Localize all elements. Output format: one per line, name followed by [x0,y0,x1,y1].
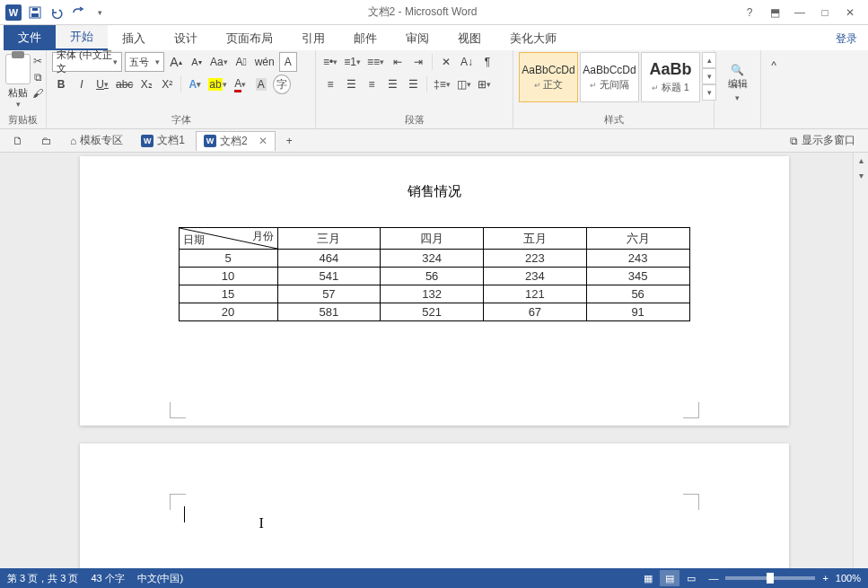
read-mode-button[interactable]: ▦ [638,570,658,586]
document-tab-bar: 🗋 🗀 ⌂ 模板专区 W文档1 W文档2 ✕ + ⧉ 显示多窗口 [0,129,868,153]
numbering-button[interactable]: ≡1▾ [342,52,363,72]
close-tab-icon[interactable]: ✕ [259,135,267,147]
language-status[interactable]: 中文(中国) [137,572,183,585]
tab-design[interactable]: 设计 [160,27,212,50]
format-painter-button[interactable]: 🖌 [31,86,45,101]
clipboard-icon [5,54,31,84]
text-effects-button[interactable]: A▾ [186,75,204,94]
page-status[interactable]: 第 3 页，共 3 页 [7,572,78,585]
tab-templates[interactable]: ⌂ 模板专区 [63,131,130,151]
web-layout-button[interactable]: ▭ [681,570,701,586]
increase-indent-button[interactable]: ⇥ [409,52,427,72]
undo-button[interactable] [47,3,66,22]
doc-tab-2[interactable]: W文档2 ✕ [196,131,276,151]
align-right-button[interactable]: ≡ [363,75,381,94]
copy-button[interactable]: ⧉ [31,70,45,84]
scroll-down-button[interactable]: ▾ [854,168,868,183]
redo-button[interactable] [68,3,88,22]
tab-view[interactable]: 视图 [443,27,495,50]
table-corner-cell[interactable]: 日期 月份 [179,228,277,250]
collapse-ribbon-button[interactable]: ^ [765,56,783,75]
zoom-out-button[interactable]: — [708,573,718,584]
tab-mailings[interactable]: 邮件 [339,27,391,50]
text-direction-button[interactable]: ✕ [437,52,455,72]
multilevel-list-button[interactable]: ≡≡▾ [365,52,386,72]
cut-button[interactable]: ✂ [31,54,45,68]
zoom-slider[interactable] [725,576,815,580]
save-button[interactable] [25,3,45,22]
scroll-up-button[interactable]: ▴ [854,153,868,168]
word-count[interactable]: 43 个字 [91,572,124,585]
borders-button[interactable]: ⊞▾ [476,75,494,94]
style-no-spacing[interactable]: AaBbCcDd 无间隔 [580,52,639,102]
new-tab-button[interactable]: + [279,131,300,151]
phonetic-guide-button[interactable]: wén [253,52,276,72]
bullets-button[interactable]: ≡•▾ [321,52,339,72]
tab-insert[interactable]: 插入 [108,27,160,50]
italic-button[interactable]: I [73,75,91,94]
tab-layout[interactable]: 页面布局 [212,27,287,50]
superscript-button[interactable]: X² [158,75,176,94]
table-header[interactable]: 六月 [586,228,689,250]
font-color-button[interactable]: A▾ [232,75,250,94]
underline-button[interactable]: U▾ [93,75,111,94]
shrink-font-button[interactable]: A▾ [188,52,206,72]
highlight-button[interactable]: ab▾ [206,75,228,94]
table-header[interactable]: 三月 [277,228,381,250]
sort-button[interactable]: A↓ [458,52,476,72]
align-center-button[interactable]: ☰ [342,75,360,94]
grow-font-button[interactable]: A▴ [167,52,185,72]
table-row[interactable]: 155713212156 [179,285,689,303]
subscript-button[interactable]: X₂ [137,75,155,94]
paste-button[interactable]: 粘贴 ▾ [5,52,31,109]
ribbon-display-button[interactable]: ⬒ [764,3,785,22]
doc-tab-1[interactable]: W文档1 [134,131,192,151]
align-left-button[interactable]: ≡ [321,75,339,94]
distributed-button[interactable]: ☰ [404,75,422,94]
font-name-combo[interactable]: 宋体 (中文正文▾ [52,52,122,72]
page-3[interactable]: I [80,443,789,568]
bold-button[interactable]: B [52,75,70,94]
change-case-button[interactable]: Aa▾ [208,52,230,72]
character-border-button[interactable]: A [279,52,297,72]
find-icon[interactable]: 🔍 [731,63,745,77]
close-button[interactable]: ✕ [839,3,861,22]
decrease-indent-button[interactable]: ⇤ [389,52,407,72]
tab-review[interactable]: 审阅 [391,27,443,50]
sales-table[interactable]: 日期 月份 三月 四月 五月 六月 5464324223243 10541562… [179,227,690,321]
character-shading-button[interactable]: A [252,75,270,94]
line-spacing-button[interactable]: ‡≡▾ [432,75,452,94]
login-link[interactable]: 登录 [825,28,868,50]
qat-customize-button[interactable]: ▾ [90,3,110,22]
justify-button[interactable]: ☰ [383,75,401,94]
vertical-scrollbar[interactable]: ▴ ▾ [853,153,868,568]
nav-folder-button[interactable]: 🗀 [34,131,59,151]
zoom-level[interactable]: 100% [836,573,861,584]
tab-file[interactable]: 文件 [4,25,56,50]
quick-access-toolbar: W ▾ [0,3,113,22]
style-normal[interactable]: AaBbCcDd 正文 [519,52,578,102]
multi-window-button[interactable]: ⧉ 显示多窗口 [783,131,863,151]
tab-beautify[interactable]: 美化大师 [495,27,571,50]
clear-formatting-button[interactable]: A⃠ [232,52,250,72]
maximize-button[interactable]: □ [814,3,836,22]
table-row[interactable]: 5464324223243 [179,250,689,268]
minimize-button[interactable]: — [789,3,811,22]
table-header[interactable]: 五月 [484,228,587,250]
help-button[interactable]: ? [739,3,760,22]
table-row[interactable]: 205815216791 [179,303,689,321]
strikethrough-button[interactable]: abc [114,75,135,94]
tab-home[interactable]: 开始 [56,25,108,50]
tab-references[interactable]: 引用 [287,27,339,50]
table-header[interactable]: 四月 [381,228,484,250]
enclose-characters-button[interactable]: 字 [273,75,291,94]
group-styles-label: 样式 [519,111,708,128]
style-heading1[interactable]: AaBb 标题 1 [641,52,700,102]
print-layout-button[interactable]: ▤ [660,570,679,586]
nav-back-button[interactable]: 🗋 [5,131,31,151]
table-row[interactable]: 1054156234345 [179,268,689,285]
zoom-in-button[interactable]: + [822,573,828,584]
font-size-combo[interactable]: 五号▾ [125,52,164,72]
show-marks-button[interactable]: ¶ [478,52,496,72]
shading-button[interactable]: ◫▾ [455,75,473,94]
